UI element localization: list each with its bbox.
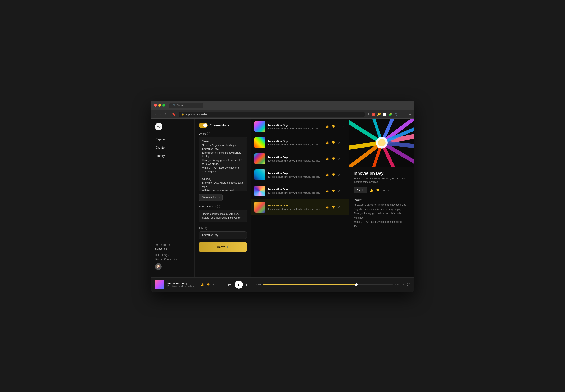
share-btn[interactable]: ↗ (337, 125, 341, 128)
lyrics-textarea[interactable]: [Verse] At Luzern's gates, on this brigh… (199, 137, 247, 191)
sidebar-toggle-icon[interactable]: ▭ (405, 113, 407, 116)
dislike-btn[interactable]: 👎 (331, 173, 335, 177)
song-thumbnail (254, 153, 265, 164)
song-item[interactable]: Innovation Day Electro-acoustic melody w… (251, 135, 349, 151)
player-progress: 0:50 1:17 (256, 283, 399, 286)
more-btn[interactable]: ··· (343, 125, 346, 128)
download-icon[interactable]: ⬇ (400, 113, 402, 116)
sidebar-item-create[interactable]: Create (153, 144, 192, 151)
remix-btn[interactable]: Remix (354, 187, 367, 194)
more-btn[interactable]: ··· (343, 157, 346, 161)
expand-player-btn[interactable]: ⛶ (407, 283, 410, 286)
tab-close-btn[interactable]: × (199, 104, 200, 107)
like-btn[interactable]: 👍 (325, 157, 329, 161)
song-item[interactable]: Innovation Day Electro-acoustic melody w… (251, 183, 349, 199)
more-btn[interactable]: ··· (343, 205, 346, 209)
song-item[interactable]: Innovation Day Electro-acoustic melody w… (251, 119, 349, 135)
generate-lyrics-btn[interactable]: Generate Lyrics (199, 194, 223, 201)
song-info: Innovation Day Electro-acoustic melody w… (268, 156, 322, 162)
lyrics-help-icon[interactable]: ? (207, 132, 210, 135)
sidebar-item-explore[interactable]: Explore (153, 135, 192, 143)
share-btn[interactable]: ↗ (337, 205, 341, 209)
player-share-btn[interactable]: ↗ (212, 283, 215, 287)
extensions-icon[interactable]: 🧩 (389, 113, 392, 116)
reader-icon[interactable]: 📄 (383, 113, 386, 116)
prev-btn[interactable]: ⏮ (228, 283, 232, 286)
play-pause-btn[interactable]: ⏸ (235, 281, 243, 289)
song-actions: 👍 👎 ↗ ··· (325, 173, 346, 177)
dislike-btn[interactable]: 👎 (331, 205, 335, 209)
song-actions: 👍 👎 ↗ ··· (325, 189, 346, 193)
progress-fill (263, 284, 356, 285)
close-player-btn[interactable]: ✕ (403, 283, 405, 286)
close-window-btn[interactable] (154, 104, 157, 107)
detail-share-btn[interactable]: ↗ (382, 188, 385, 193)
window-collapse-btn[interactable]: ⌄ (408, 104, 411, 107)
next-btn[interactable]: ⏭ (246, 283, 249, 286)
song-item[interactable]: Innovation Day Electro-acoustic melody w… (251, 167, 349, 183)
song-actions: 👍 👎 ↗ ··· (325, 205, 346, 209)
detail-hero-image (349, 119, 414, 167)
more-btn[interactable]: ··· (343, 173, 346, 177)
dislike-btn[interactable]: 👎 (331, 157, 335, 161)
title-input[interactable] (199, 231, 247, 239)
custom-mode-switch[interactable] (199, 123, 208, 128)
style-textarea[interactable]: Electro-acoustic melody with rich, matur… (199, 210, 247, 222)
player-more-btn[interactable]: ··· (217, 283, 220, 287)
player-dislike-btn[interactable]: 👎 (206, 283, 210, 287)
song-thumbnail (254, 121, 265, 132)
share-btn[interactable]: ↗ (337, 157, 341, 161)
like-btn[interactable]: 👍 (325, 189, 329, 193)
active-tab[interactable]: 🎵 Suno × (169, 103, 203, 108)
share-btn[interactable]: ↗ (337, 141, 341, 145)
song-title: Innovation Day (268, 124, 322, 127)
forward-btn[interactable]: › (159, 112, 162, 116)
song-item[interactable]: Innovation Day Electro-acoustic melody w… (251, 151, 349, 167)
dislike-btn[interactable]: 👎 (331, 189, 335, 193)
player-info: Innovation Day Electro-acoustic melody w (168, 282, 197, 288)
user-avatar[interactable]: 🐶 (155, 263, 162, 270)
share-btn[interactable]: ↗ (337, 189, 341, 193)
song-item-active[interactable]: Innovation Day Electro-acoustic melody w… (251, 199, 349, 215)
like-btn[interactable]: 👍 (325, 125, 329, 128)
notifications-badge[interactable]: 8 (372, 113, 375, 116)
minimize-window-btn[interactable] (158, 104, 161, 107)
player-subtitle: Electro-acoustic melody w (168, 285, 195, 288)
music-icon[interactable]: 🎵 (394, 113, 398, 116)
password-icon[interactable]: 🔑 (377, 113, 381, 116)
menu-icon[interactable]: ≡ (409, 113, 411, 116)
song-info: Innovation Day Electro-acoustic melody w… (268, 124, 322, 130)
share-icon[interactable]: ⬆ (367, 113, 370, 116)
detail-more-btn[interactable]: ··· (388, 188, 391, 193)
song-title: Innovation Day (268, 156, 322, 159)
like-btn[interactable]: 👍 (325, 173, 329, 177)
like-btn[interactable]: 👍 (325, 141, 329, 145)
bookmark-btn[interactable]: 🔖 (171, 112, 176, 116)
subscribe-btn[interactable]: Subscribe (155, 247, 190, 250)
style-help-icon[interactable]: ? (217, 205, 220, 208)
detail-like-btn[interactable]: 👍 (369, 188, 374, 193)
songs-panel: Innovation Day Electro-acoustic melody w… (251, 119, 349, 278)
new-tab-btn[interactable]: + (204, 103, 209, 107)
dislike-btn[interactable]: 👎 (331, 141, 335, 145)
reload-btn[interactable]: ↻ (164, 112, 169, 116)
back-btn[interactable]: ‹ (154, 112, 157, 116)
more-btn[interactable]: ··· (343, 141, 346, 145)
detail-dislike-btn[interactable]: 👎 (376, 188, 380, 193)
maximize-window-btn[interactable] (162, 104, 165, 107)
like-btn[interactable]: 👍 (325, 205, 329, 209)
share-btn[interactable]: ↗ (337, 173, 341, 177)
song-thumbnail (254, 169, 265, 180)
progress-bar[interactable] (263, 284, 392, 285)
discord-link[interactable]: Discord Community (155, 258, 190, 261)
more-btn[interactable]: ··· (343, 189, 346, 193)
player-like-btn[interactable]: 👍 (200, 283, 204, 287)
sidebar-item-library[interactable]: Library (153, 152, 192, 160)
player-extra-actions: ✕ ⛶ (403, 283, 410, 286)
create-btn[interactable]: Create 🎵 (199, 242, 247, 252)
song-actions: 👍 👎 ↗ ··· (325, 141, 346, 145)
help-link[interactable]: Help / FAQs (155, 254, 190, 257)
dislike-btn[interactable]: 👎 (331, 125, 335, 128)
title-help-icon[interactable]: ? (205, 226, 208, 230)
address-bar[interactable]: 🔒 app.suno.ai/create/ (179, 112, 364, 117)
